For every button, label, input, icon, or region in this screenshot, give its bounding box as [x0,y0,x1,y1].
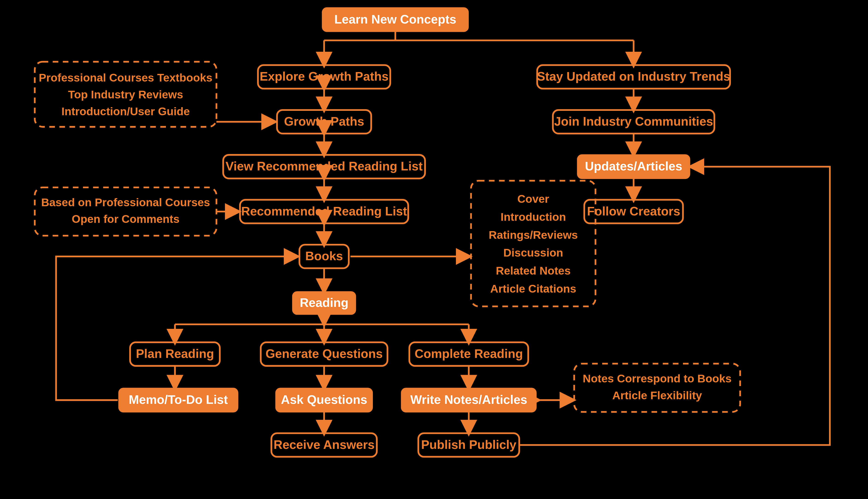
node-receive-answers-label: Receive Answers [274,438,375,451]
node-memo-label: Memo/To-Do List [129,393,228,406]
node-explore-growth-label: Explore Growth Paths [260,70,388,83]
node-follow-creators-label: Follow Creators [587,204,680,218]
node-join-communities-label: Join Industry Communities [554,114,713,128]
note-growth-line1: Professional Courses Textbooks [39,71,213,84]
node-plan-reading-label: Plan Reading [136,347,214,361]
node-reading-label: Reading [300,296,349,309]
note-books-line1: Cover [517,193,549,205]
note-growth-line3: Introduction/User Guide [61,105,190,118]
node-write-notes-label: Write Notes/Articles [410,393,527,406]
note-books-line6: Article Citations [490,282,576,295]
node-ask-questions-label: Ask Questions [281,393,367,406]
note-reading-line1: Based on Professional Courses [41,196,210,208]
note-books-line4: Discussion [503,246,563,259]
note-reading [35,187,216,236]
note-reading-line2: Open for Comments [72,213,179,225]
note-growth-line2: Top Industry Reviews [68,88,183,101]
note-books-line5: Related Notes [496,264,570,277]
node-publish-label: Publish Publicly [421,438,516,451]
node-updates-articles-label: Updates/Articles [585,159,682,173]
node-gen-questions-label: Generate Questions [266,347,383,361]
node-books-label: Books [305,249,343,263]
node-complete-reading-label: Complete Reading [415,347,523,361]
note-books-line3: Ratings/Reviews [489,229,578,241]
node-view-reading-label: View Recommended Reading List [225,159,423,173]
node-learn-label: Learn New Concepts [334,12,456,26]
node-growth-paths-label: Growth Paths [284,114,364,128]
note-notes-line2: Article Flexibility [612,389,702,402]
note-books-line2: Introduction [501,210,566,223]
note-notes-line1: Notes Correspond to Books [583,372,732,385]
note-notes [574,364,740,412]
node-rec-reading-label: Recommended Reading List [241,204,407,218]
node-stay-updated-label: Stay Updated on Industry Trends [537,70,730,83]
